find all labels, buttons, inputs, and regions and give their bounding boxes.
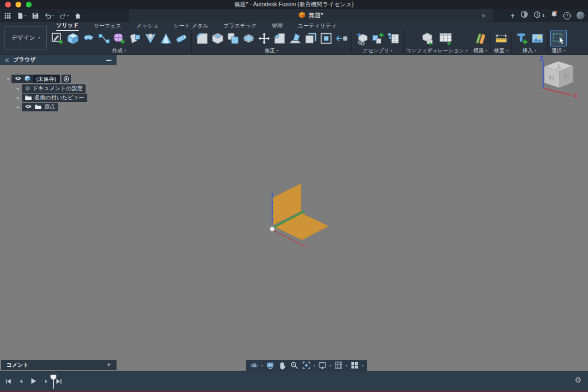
data-panel-grid-icon[interactable]: [2, 10, 13, 21]
browser-item-document-settings[interactable]: ▸ ドキュメントの設定: [15, 84, 86, 93]
group-label-modify[interactable]: 修正▾: [265, 47, 278, 54]
browser-root-row[interactable]: ▾ (未保存): [5, 75, 71, 83]
avatar[interactable]: [576, 11, 585, 20]
create-sketch-icon[interactable]: [49, 30, 65, 46]
visibility-eye-icon[interactable]: [25, 104, 32, 110]
decal-icon[interactable]: [514, 30, 529, 46]
group-label-assemble[interactable]: アセンブリ▾: [362, 47, 392, 54]
origin-point[interactable]: [270, 227, 274, 231]
new-tab-icon[interactable]: [510, 11, 515, 20]
minimize-panel-icon[interactable]: [106, 60, 111, 61]
visibility-eye-icon[interactable]: [14, 76, 22, 82]
fillet-icon[interactable]: [194, 30, 210, 46]
configuration-icon[interactable]: [419, 30, 437, 46]
close-window-button[interactable]: [5, 2, 11, 7]
job-status-clock-icon: [533, 10, 541, 21]
go-to-start-icon[interactable]: [4, 377, 12, 385]
job-status[interactable]: 1: [533, 10, 545, 21]
collapsed-caret-icon[interactable]: ▸: [15, 94, 22, 102]
replace-face-icon[interactable]: [318, 30, 334, 46]
look-at-icon[interactable]: [265, 360, 275, 370]
divider: [403, 30, 404, 53]
group-label-construct[interactable]: 構築▾: [474, 47, 488, 54]
revolve-icon[interactable]: [80, 30, 96, 46]
activate-radio-icon[interactable]: [61, 75, 71, 83]
display-settings-icon[interactable]: [318, 360, 327, 370]
browser-item-origin[interactable]: ▸ 原点: [15, 103, 58, 111]
save-icon[interactable]: [30, 10, 41, 21]
group-label-inspect[interactable]: 検査▾: [494, 47, 508, 54]
loft-icon[interactable]: [127, 30, 142, 46]
configuration-table-icon[interactable]: [437, 30, 455, 46]
chamfer-icon[interactable]: [272, 30, 287, 46]
extrude-icon[interactable]: [65, 30, 80, 46]
viewports-icon[interactable]: [350, 360, 359, 370]
notifications-bell-icon[interactable]: [550, 10, 558, 21]
draft-icon[interactable]: [287, 30, 303, 46]
step-forward-icon[interactable]: [42, 377, 50, 385]
expand-caret-icon[interactable]: ▾: [5, 75, 11, 83]
collapsed-caret-icon[interactable]: ▸: [15, 103, 22, 111]
timeline-settings-gear-icon[interactable]: [574, 376, 582, 384]
press-pull-icon[interactable]: [334, 30, 349, 46]
redo-icon[interactable]: ▾: [57, 10, 71, 21]
minimize-window-button[interactable]: [16, 2, 21, 7]
bom-table-icon[interactable]: [385, 30, 401, 46]
chevron-down-icon[interactable]: ▾: [330, 363, 331, 367]
split-body-icon[interactable]: [241, 30, 256, 46]
grid-and-snaps-icon[interactable]: [334, 360, 343, 370]
combine-icon[interactable]: [225, 30, 241, 46]
document-tab[interactable]: 無題*: [129, 9, 493, 22]
browser-item-named-views[interactable]: ▸ 名前の付いたビュー: [15, 94, 87, 102]
collapsed-caret-icon[interactable]: ▸: [15, 84, 22, 93]
coil-icon[interactable]: [142, 30, 158, 46]
home-icon[interactable]: [72, 10, 83, 21]
workspace-selector[interactable]: デザイン ▾: [5, 26, 47, 49]
viewcube[interactable]: Z 上 前 右 X: [535, 56, 586, 111]
shell-icon[interactable]: [210, 30, 225, 46]
rib-icon[interactable]: [158, 30, 173, 46]
create-form-icon[interactable]: [111, 30, 127, 46]
select-icon[interactable]: [551, 30, 566, 46]
construction-plane-icon[interactable]: [473, 30, 488, 46]
chevron-down-icon: ▾: [486, 49, 488, 52]
timeline-marker[interactable]: [49, 374, 57, 392]
extensions-icon[interactable]: [520, 10, 528, 21]
group-label-create[interactable]: 作成▾: [112, 47, 126, 54]
measure-icon[interactable]: [493, 30, 509, 46]
collapse-panel-icon[interactable]: [4, 57, 10, 63]
root-document-label[interactable]: (未保存): [33, 75, 60, 83]
ribbon-toolbar: デザイン ▾ ソリッド サーフェス メッシュ シート メタル プラスチック 管理…: [0, 22, 588, 55]
close-tab-icon[interactable]: [479, 10, 488, 21]
file-menu-icon[interactable]: ▾: [15, 10, 28, 21]
fit-icon[interactable]: [301, 360, 311, 370]
canvas-icon[interactable]: [529, 30, 545, 46]
group-assemble: アセンブリ▾: [354, 29, 401, 54]
insert-component-icon[interactable]: [354, 30, 370, 46]
origin-planes[interactable]: [247, 178, 333, 255]
pipe-icon[interactable]: [173, 30, 189, 46]
offset-face-icon[interactable]: [303, 30, 318, 46]
group-label-insert[interactable]: 挿入▾: [523, 47, 536, 54]
play-icon[interactable]: [29, 377, 37, 385]
chevron-down-icon[interactable]: ▾: [314, 363, 315, 367]
step-back-icon[interactable]: [17, 377, 25, 385]
zoom-icon[interactable]: [289, 360, 299, 370]
group-label-configure[interactable]: コンフィギュレーション▾: [406, 47, 467, 54]
help-icon[interactable]: [563, 12, 571, 20]
sweep-icon[interactable]: [96, 30, 111, 46]
pan-hand-icon[interactable]: [277, 360, 287, 370]
add-comment-icon[interactable]: [107, 362, 111, 368]
ribbon-groups: 作成▾ 修正▾: [49, 29, 588, 55]
chevron-down-icon[interactable]: ▾: [346, 363, 347, 367]
move-copy-icon[interactable]: [256, 30, 272, 46]
orbit-icon[interactable]: [249, 360, 259, 370]
chevron-down-icon[interactable]: ▾: [261, 363, 263, 367]
comments-panel[interactable]: コメント: [1, 360, 117, 370]
zoom-window-button[interactable]: [26, 2, 32, 7]
new-component-icon[interactable]: [370, 30, 385, 46]
chevron-down-icon[interactable]: ▾: [362, 363, 363, 367]
browser-panel-header[interactable]: ブラウザ: [0, 55, 117, 65]
group-label-select[interactable]: 選択▾: [552, 47, 566, 54]
undo-icon[interactable]: ▾: [42, 10, 56, 21]
